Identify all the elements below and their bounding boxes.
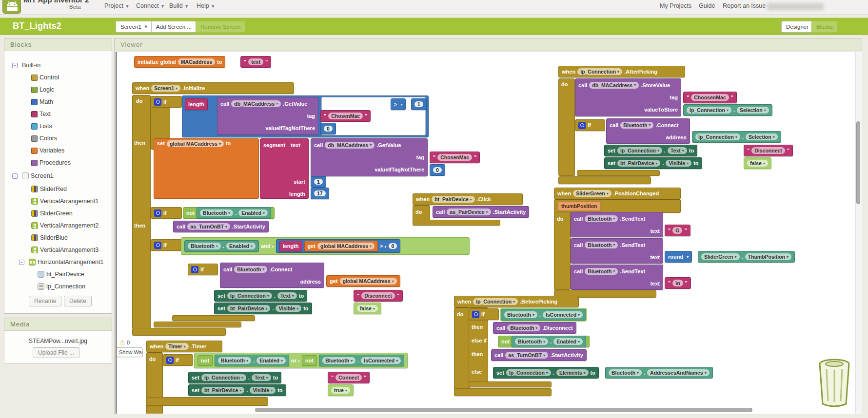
thumbposition-param-chip[interactable]: thumbPosition bbox=[558, 201, 601, 211]
block-init-global-macaddress[interactable]: initialize global MACaddress to bbox=[134, 56, 225, 68]
tree-verticalarrangement3[interactable]: VerticalArrangement3 bbox=[31, 247, 99, 253]
property-dropdown[interactable]: Visible bbox=[666, 160, 691, 167]
tree-bt-pairdevice[interactable]: bt_PairDevice bbox=[38, 271, 84, 278]
palette-variables[interactable]: Variables bbox=[31, 147, 64, 154]
tree-sliderblue[interactable]: SliderBlue bbox=[31, 234, 68, 241]
false-block[interactable]: false bbox=[354, 303, 381, 314]
when-btpairdevice-click-header[interactable]: whenbt_PairDevice.Click bbox=[413, 193, 523, 205]
tree-verticalarrangement2[interactable]: VerticalArrangement2 bbox=[31, 222, 99, 229]
component-dropdown[interactable]: as_TurnOnBT bbox=[187, 223, 230, 230]
horizontal-scrollbar-thumb[interactable] bbox=[255, 408, 752, 412]
call-sendtext-3[interactable]: callBluetooth.SendText text bbox=[571, 265, 663, 290]
vertical-scrollbar-thumb[interactable] bbox=[856, 121, 860, 204]
if-block-3[interactable]: if bbox=[151, 239, 182, 251]
string-g[interactable]: G bbox=[665, 225, 690, 236]
component-dropdown[interactable]: lp_Connection bbox=[687, 107, 731, 114]
when-lpconnection-afterpicking-header[interactable]: whenlp_Connection.AfterPicking bbox=[558, 66, 685, 77]
or-block[interactable]: not BluetoothEnabled or not BluetoothIsC… bbox=[194, 353, 408, 368]
mutator-gear-icon[interactable] bbox=[578, 122, 586, 129]
string-chip[interactable]: Connect bbox=[335, 374, 362, 381]
variable-dropdown[interactable]: global MACaddress bbox=[340, 278, 397, 285]
property-dropdown[interactable]: IsConnected bbox=[543, 311, 583, 318]
length-block[interactable]: length bbox=[279, 241, 302, 251]
string-chip[interactable]: ChosenMac bbox=[437, 154, 472, 161]
bluetooth-addressesandnames-getter[interactable]: BluetoothAddressesAndNames bbox=[605, 367, 713, 379]
number-chip[interactable]: 0 bbox=[389, 243, 397, 249]
string-chip[interactable]: Disconnect bbox=[361, 292, 395, 299]
call-aspairdevice-startactivity[interactable]: callas_PairDevice.StartActivity bbox=[433, 206, 529, 218]
property-dropdown[interactable]: Visible bbox=[250, 387, 276, 394]
boolean-chip[interactable]: false bbox=[357, 305, 378, 312]
property-dropdown[interactable]: Text bbox=[668, 147, 687, 154]
component-dropdown[interactable]: db_MACaddress bbox=[231, 100, 281, 107]
upload-file-button[interactable]: Upload File ... bbox=[33, 347, 79, 358]
set-global-macaddress[interactable]: set global MACaddress to bbox=[154, 138, 259, 199]
tree-slidergreen[interactable]: SliderGreen bbox=[31, 210, 73, 217]
or-operator-dropdown[interactable]: or bbox=[291, 358, 300, 363]
if-block-6[interactable]: if bbox=[469, 308, 499, 320]
set-lpconnection-text-3[interactable]: setlp_ConnectionTextto bbox=[188, 372, 281, 383]
string-chosenmac-1[interactable]: ChosenMac bbox=[320, 110, 371, 122]
component-dropdown[interactable]: Bluetooth bbox=[322, 357, 355, 364]
and-block[interactable]: BluetoothEnabled and length getglobal MA… bbox=[181, 237, 470, 255]
number-chip[interactable]: 1 bbox=[414, 101, 423, 107]
set-btpairdevice-visible-1[interactable]: setbt_PairDeviceVisibleto bbox=[214, 303, 312, 314]
property-dropdown[interactable]: Enabled bbox=[553, 338, 583, 345]
number-1-start[interactable]: 1 bbox=[311, 176, 326, 188]
gt-operator-dropdown[interactable]: > bbox=[391, 98, 406, 110]
palette-math[interactable]: Math bbox=[31, 98, 53, 105]
number-17-length[interactable]: 17 bbox=[311, 188, 329, 199]
if-block-1[interactable]: if bbox=[151, 96, 182, 108]
tree-screen1[interactable]: −Screen1 bbox=[12, 172, 54, 179]
string-chip[interactable]: ChosenMac bbox=[328, 113, 363, 119]
component-dropdown[interactable]: db_MACaddress bbox=[325, 142, 375, 149]
bluetooth-isconnected-getter[interactable]: BluetoothIsConnected bbox=[319, 355, 404, 366]
string-chip[interactable]: G bbox=[672, 227, 682, 234]
delete-button[interactable]: Delete bbox=[64, 296, 92, 306]
number-chip[interactable]: 1 bbox=[314, 179, 323, 185]
number-0-block[interactable]: 0 bbox=[320, 123, 336, 134]
slidergreen-thumbposition-getter[interactable]: SliderGreenThumbPosition bbox=[698, 251, 795, 263]
property-dropdown[interactable]: Enabled bbox=[226, 243, 256, 249]
palette-logic[interactable]: Logic bbox=[31, 86, 54, 93]
component-dropdown[interactable]: lp_Connection bbox=[227, 292, 272, 299]
string-choosenmac[interactable]: ChoosenMac bbox=[683, 92, 737, 103]
number-1-block[interactable]: 1 bbox=[411, 98, 427, 110]
user-account-redacted[interactable] bbox=[767, 3, 824, 10]
string-disconnect[interactable]: Disconnect bbox=[354, 290, 403, 302]
when-screen1-initialize-body[interactable] bbox=[132, 95, 151, 329]
round-block[interactable]: round bbox=[665, 251, 692, 263]
compare-gt-block[interactable]: length getglobal MACaddress > 0 bbox=[276, 239, 401, 253]
text-chip[interactable]: text bbox=[248, 58, 263, 65]
get-global-macaddress[interactable]: getglobal MACaddress bbox=[304, 241, 378, 251]
variable-name-chip[interactable]: MACaddress bbox=[178, 58, 215, 65]
component-dropdown[interactable]: Bluetooth bbox=[620, 122, 653, 129]
variable-dropdown[interactable]: global MACaddress bbox=[167, 140, 224, 147]
and-operator-dropdown[interactable]: and bbox=[261, 243, 274, 249]
component-dropdown[interactable]: bt_PairDevice bbox=[227, 305, 270, 312]
property-dropdown[interactable]: Selection bbox=[746, 133, 778, 140]
remove-screen-button[interactable]: Remove Screen bbox=[196, 21, 245, 33]
set-lpconnection-elements[interactable]: setlp_ConnectionElementsto bbox=[493, 367, 599, 379]
call-sendtext-2[interactable]: callBluetooth.SendText text bbox=[571, 238, 663, 264]
component-dropdown[interactable]: Bluetooth bbox=[234, 266, 267, 273]
property-dropdown[interactable]: Enabled bbox=[256, 357, 286, 364]
boolean-chip[interactable]: true bbox=[331, 387, 350, 394]
when-afterpicking-body[interactable] bbox=[558, 78, 575, 176]
call-bluetooth-connect-2[interactable]: callBluetooth.Connect address bbox=[606, 118, 690, 144]
tree-builtin[interactable]: −Built-in bbox=[12, 62, 40, 69]
vertical-scrollbar-track[interactable] bbox=[855, 52, 861, 414]
string-disconnect[interactable]: Disconnect bbox=[744, 145, 793, 156]
call-getvalue-1[interactable]: calldb_MACaddress.GetValue tag valueIfTa… bbox=[217, 97, 318, 135]
collapse-icon[interactable]: − bbox=[12, 173, 18, 179]
number-chip[interactable]: 0 bbox=[324, 126, 333, 132]
component-dropdown[interactable]: Bluetooth bbox=[504, 311, 537, 318]
component-dropdown[interactable]: bt_PairDevice bbox=[617, 160, 660, 167]
collapse-icon[interactable]: − bbox=[12, 63, 18, 68]
when-lpconnection-beforepicking-header[interactable]: whenlp_Connection.BeforePicking bbox=[454, 296, 579, 307]
add-screen-button[interactable]: Add Screen ... bbox=[151, 21, 197, 33]
component-dropdown[interactable]: SliderGreen bbox=[573, 190, 612, 197]
call-bluetooth-disconnect[interactable]: callBluetooth.Disconnect bbox=[493, 322, 576, 334]
property-dropdown[interactable]: IsConnected bbox=[361, 357, 401, 364]
component-dropdown[interactable]: as_PairDevice bbox=[447, 209, 491, 215]
